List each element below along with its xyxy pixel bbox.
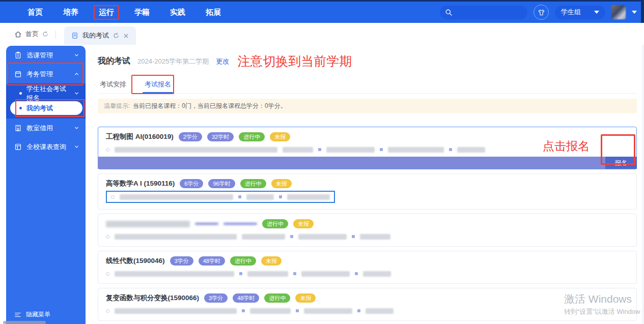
calendar-icon (14, 70, 22, 78)
building-icon (14, 124, 22, 132)
status-badge: 进行中 (262, 219, 288, 228)
change-semester-link[interactable]: 更改 (216, 57, 229, 66)
report-status-badge: 未报 (261, 256, 282, 266)
course-name: 线性代数(1590046) (106, 256, 165, 266)
chevron-up-icon (74, 71, 79, 77)
hours-badge: 48学时 (199, 256, 225, 266)
sidebar-item-label: 选课管理 (26, 51, 53, 60)
credit-badge: 3学分 (170, 256, 193, 266)
bullet-icon (19, 92, 22, 95)
sidebar-item-label: 考务管理 (26, 70, 53, 79)
course-detail-redacted (106, 307, 629, 314)
tab-exam-schedule[interactable]: 考试安排 (100, 78, 126, 93)
close-icon[interactable] (123, 33, 129, 39)
search-input[interactable] (456, 8, 524, 17)
nav-item-operation[interactable]: 运行 (94, 5, 119, 20)
sidebar-submenu: 学生社会考试报名 我的考试 (6, 83, 86, 119)
notice-bar: 温馨提示:当前已报名课程：0门，当前已报名课程总学分：0学分。 (98, 99, 637, 113)
course-list: 工程制图 AI(0160019) 2学分 32学时 进行中 未报 报名 点击 (98, 127, 637, 324)
status-badge: 进行中 (239, 132, 265, 141)
report-status-badge: 未报 (270, 132, 290, 141)
sidebar-item-label: 全校课表查询 (26, 142, 66, 152)
bullet-icon (19, 107, 22, 109)
annotation-outlined-detail (106, 191, 335, 203)
nav-item-practice[interactable]: 实践 (165, 5, 190, 20)
course-card: 进行中 未报 (98, 214, 637, 247)
tab-home-label: 首页 (25, 30, 39, 39)
theme-skin-button[interactable] (534, 5, 549, 20)
search-icon (445, 9, 453, 16)
sidebar-item-school-timetable[interactable]: 全校课表查询 (6, 137, 86, 156)
course-card: 线性代数(1590046) 3学分 48学时 进行中 未报 (98, 251, 637, 284)
vertical-scrollbar[interactable] (642, 23, 644, 324)
horizontal-scrollbar[interactable] (3, 321, 46, 324)
course-name-redacted (106, 221, 190, 227)
sidebar-item-label: 学生社会考试报名 (26, 84, 69, 103)
divider (55, 31, 56, 39)
sidebar-item-classroom-borrow[interactable]: 教室借用 (6, 119, 86, 137)
sidebar-item-my-exams[interactable]: 我的考试 (10, 101, 82, 115)
tab-my-exams-label: 我的考试 (82, 31, 109, 40)
course-name: 复变函数与积分变换(1590066) (106, 293, 199, 303)
role-dropdown-value: 学生组 (561, 8, 581, 17)
refresh-icon[interactable] (113, 33, 119, 39)
hide-menu-button[interactable]: 隐藏菜单 (14, 310, 50, 319)
chevron-down-icon (74, 125, 79, 131)
report-status-badge: 未报 (271, 179, 292, 188)
main-panel: 我的考试 2024-2025学年第二学期 更改 注意切换到当前学期 考试安排 考… (88, 46, 642, 324)
sidebar-item-course-selection[interactable]: 选课管理 (6, 46, 86, 65)
breadcrumb-tab-bar: 首页 我的考试 (0, 23, 644, 45)
tab-exam-signup[interactable]: 考试报名 (145, 78, 171, 93)
course-card: 复变函数与积分变换(1590066) 3学分 48学时 进行中 未报 (98, 288, 637, 321)
course-detail-redacted (106, 270, 629, 277)
user-menu-chevron-icon[interactable] (632, 11, 637, 14)
sidebar-item-exam-management[interactable]: 考务管理 (6, 65, 86, 83)
shirt-icon (538, 9, 545, 16)
clipboard-icon (14, 51, 22, 59)
hours-badge: 96学时 (208, 179, 235, 188)
schedule-icon (14, 143, 22, 151)
menu-collapse-icon (14, 312, 21, 318)
chevron-down-icon (594, 11, 599, 14)
signup-button[interactable]: 报名 (605, 157, 637, 169)
annotation-click-signup: 点击报名 (543, 138, 590, 154)
tab-my-exams[interactable]: 我的考试 (64, 26, 136, 45)
status-badge: 进行中 (240, 179, 266, 188)
sidebar-item-label: 我的考试 (26, 104, 53, 113)
credit-badge: 3学分 (204, 293, 228, 303)
hours-badge: 32学时 (207, 132, 234, 141)
avatar[interactable] (611, 5, 626, 19)
report-status-badge: 未报 (295, 293, 316, 303)
credit-badge-redacted (195, 223, 218, 225)
nav-item-home[interactable]: 首页 (22, 5, 48, 20)
nav-item-cultivation[interactable]: 培养 (58, 5, 83, 20)
nav-item-status[interactable]: 学籍 (129, 5, 155, 20)
nav-item-expansion[interactable]: 拓展 (201, 5, 226, 20)
course-card: 高等数学A I (1590116) 6学分 96学时 进行中 未报 (98, 173, 637, 210)
tab-home[interactable]: 首页 (14, 30, 48, 39)
annotation-switch-semester: 注意切换到当前学期 (237, 53, 352, 70)
credit-badge: 2学分 (179, 132, 202, 141)
course-card: 工程制图 AI(0160019) 2学分 32学时 进行中 未报 报名 点击 (98, 127, 637, 169)
search-box[interactable] (440, 6, 527, 19)
chevron-down-icon (74, 52, 79, 58)
chevron-down-icon (74, 144, 79, 150)
role-dropdown[interactable]: 学生组 (555, 6, 605, 19)
sidebar-item-social-exam-signup[interactable]: 学生社会考试报名 (6, 86, 86, 101)
sidebar: 选课管理 考务管理 学生社会考试报名 我的考试 教 (6, 46, 86, 324)
nav-menu: 首页 培养 运行 学籍 实践 拓展 (22, 5, 226, 20)
page-title: 我的考试 (98, 56, 130, 67)
sidebar-item-label: 教室借用 (26, 124, 53, 133)
status-badge: 进行中 (230, 256, 256, 266)
course-detail-redacted (111, 193, 330, 200)
notice-prefix: 温馨提示: (104, 102, 130, 109)
course-name: 工程制图 AI(0160019) (106, 132, 174, 141)
hours-badge-redacted (223, 223, 257, 225)
hours-badge: 48学时 (233, 293, 259, 303)
refresh-icon[interactable] (42, 31, 48, 37)
window-corner (641, 0, 644, 23)
signup-row-highlight: 报名 (98, 157, 637, 169)
home-icon (14, 31, 22, 38)
course-name: 高等数学A I (1590116) (106, 179, 175, 188)
hide-menu-label: 隐藏菜单 (26, 310, 50, 319)
